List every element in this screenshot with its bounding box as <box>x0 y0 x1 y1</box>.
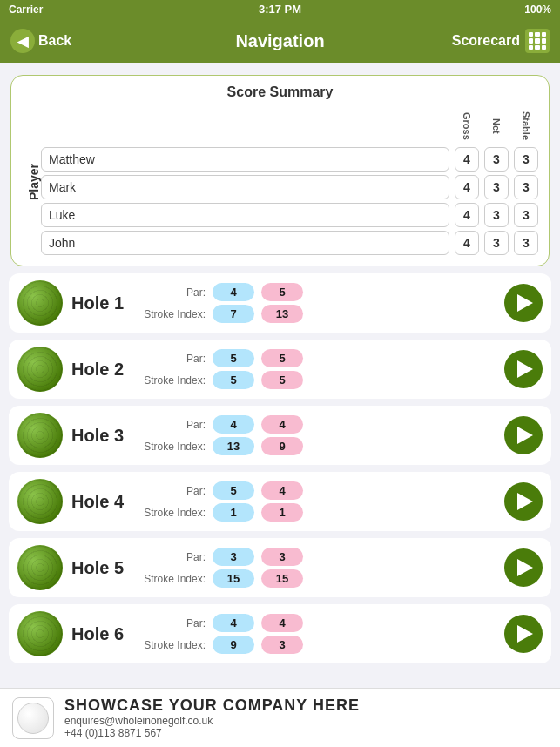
hole-item-1: Hole 1 Par: 4 5 Stroke Index: 7 13 <box>9 273 551 333</box>
par-row-5: Par: 3 3 <box>143 548 496 566</box>
stroke-pink-6: 3 <box>261 636 303 654</box>
hole-ball-6 <box>17 611 63 656</box>
stroke-row-2: Stroke Index: 5 5 <box>143 371 496 389</box>
par-blue-6: 4 <box>213 614 254 632</box>
hole-title-5: Hole 5 <box>71 558 134 578</box>
par-row-6: Par: 4 4 <box>143 614 496 632</box>
gross-2: 4 <box>455 203 479 227</box>
score-rows: Gross Net Stable 4 3 3 4 3 3 4 <box>41 109 538 255</box>
hole-ball-1 <box>17 280 63 326</box>
stroke-row-6: Stroke Index: 9 3 <box>143 636 496 654</box>
par-blue-3: 4 <box>213 415 254 434</box>
back-button[interactable]: ◀ Back <box>10 29 71 53</box>
play-triangle-icon-5 <box>517 559 533 576</box>
stroke-blue-5: 15 <box>213 569 254 588</box>
stroke-label-4: Stroke Index: <box>143 507 206 519</box>
hole-play-button-3[interactable] <box>504 416 543 454</box>
par-label-2: Par: <box>143 353 206 365</box>
nav-title: Navigation <box>235 31 324 51</box>
status-bar: Carrier 3:17 PM 100% <box>0 0 560 19</box>
hole-item-2: Hole 2 Par: 5 5 Stroke Index: 5 5 <box>9 340 551 399</box>
hole-play-button-1[interactable] <box>504 284 543 322</box>
hole-item-5: Hole 5 Par: 3 3 Stroke Index: 15 15 <box>9 538 551 597</box>
score-summary-card: Score Summary Player Gross Net Stable 4 … <box>10 75 550 266</box>
par-pink-2: 5 <box>261 349 303 367</box>
stable-header: Stable <box>514 109 538 144</box>
stroke-row-3: Stroke Index: 13 9 <box>143 437 496 455</box>
hole-play-button-6[interactable] <box>504 615 543 653</box>
hole-title-3: Hole 3 <box>71 426 134 446</box>
hole-play-button-2[interactable] <box>504 350 543 388</box>
hole-stats-6: Par: 4 4 Stroke Index: 9 3 <box>143 614 496 654</box>
hole-ball-4 <box>17 479 63 524</box>
footer: Showcase Your Company Here enquires@whol… <box>0 688 560 747</box>
player-column-label: Player <box>22 109 41 255</box>
battery-text: 100% <box>524 3 551 16</box>
hole-stats-2: Par: 5 5 Stroke Index: 5 5 <box>143 349 496 389</box>
scorecard-button[interactable]: Scorecard <box>452 29 550 53</box>
nav-bar: ◀ Back Navigation Scorecard <box>0 19 560 63</box>
stroke-row-5: Stroke Index: 15 15 <box>143 569 496 588</box>
stroke-blue-2: 5 <box>213 371 254 389</box>
hole-ball-3 <box>17 413 63 458</box>
par-row-1: Par: 4 5 <box>143 283 496 301</box>
player-name-input-3[interactable] <box>41 231 449 255</box>
stroke-pink-1: 13 <box>261 305 303 323</box>
score-summary-title: Score Summary <box>22 84 538 100</box>
scorecard-grid-icon <box>525 29 550 53</box>
play-triangle-icon-4 <box>517 493 533 510</box>
par-label-6: Par: <box>143 617 206 629</box>
play-triangle-icon-1 <box>517 294 533 312</box>
stroke-blue-1: 7 <box>213 305 254 323</box>
stroke-row-4: Stroke Index: 1 1 <box>143 503 496 522</box>
hole-item-3: Hole 3 Par: 4 4 Stroke Index: 13 9 <box>9 406 551 465</box>
player-name-input-1[interactable] <box>41 175 449 199</box>
net-header: Net <box>484 109 509 144</box>
stroke-blue-3: 13 <box>213 437 254 455</box>
stroke-pink-5: 15 <box>261 569 303 588</box>
hole-title-6: Hole 6 <box>71 624 134 644</box>
par-pink-1: 5 <box>261 283 303 301</box>
net-2: 3 <box>484 203 509 227</box>
score-table: Player Gross Net Stable 4 3 3 4 <box>22 109 538 255</box>
par-row-4: Par: 5 4 <box>143 481 496 500</box>
footer-text-block: Showcase Your Company Here enquires@whol… <box>64 697 548 739</box>
player-name-input-0[interactable] <box>41 147 449 172</box>
back-label: Back <box>38 33 71 49</box>
par-blue-4: 5 <box>213 481 254 500</box>
back-arrow-icon: ◀ <box>10 29 35 53</box>
stroke-blue-4: 1 <box>213 503 254 522</box>
par-row-3: Par: 4 4 <box>143 415 496 434</box>
par-blue-5: 3 <box>213 548 254 566</box>
net-1: 3 <box>484 175 509 199</box>
par-label-1: Par: <box>143 286 206 299</box>
gross-1: 4 <box>455 175 479 199</box>
stroke-blue-6: 9 <box>213 636 254 654</box>
par-blue-1: 4 <box>213 283 254 301</box>
par-label-4: Par: <box>143 485 206 497</box>
hole-item-4: Hole 4 Par: 5 4 Stroke Index: 1 1 <box>9 472 551 531</box>
stable-0: 3 <box>514 147 538 172</box>
par-pink-5: 3 <box>261 548 303 566</box>
table-row: 4 3 3 <box>41 147 538 172</box>
carrier-text: Carrier <box>9 3 43 16</box>
hole-play-button-5[interactable] <box>504 548 543 587</box>
hole-stats-3: Par: 4 4 Stroke Index: 13 9 <box>143 415 496 455</box>
score-header-row: Gross Net Stable <box>41 109 538 144</box>
holes-list: Hole 1 Par: 4 5 Stroke Index: 7 13 Hole … <box>0 273 560 670</box>
table-row: 4 3 3 <box>41 175 538 199</box>
hole-ball-5 <box>17 545 63 590</box>
net-0: 3 <box>484 147 509 172</box>
gross-header: Gross <box>455 109 479 144</box>
hole-play-button-4[interactable] <box>504 482 543 521</box>
hole-ball-2 <box>17 347 63 392</box>
table-row: 4 3 3 <box>41 203 538 227</box>
play-triangle-icon-2 <box>517 360 533 378</box>
golf-ball-icon <box>17 703 49 734</box>
par-label-3: Par: <box>143 419 206 431</box>
play-triangle-icon-6 <box>517 625 533 643</box>
stroke-label-3: Stroke Index: <box>143 441 206 453</box>
player-name-input-2[interactable] <box>41 203 449 227</box>
stable-2: 3 <box>514 203 538 227</box>
time-text: 3:17 PM <box>259 3 301 16</box>
